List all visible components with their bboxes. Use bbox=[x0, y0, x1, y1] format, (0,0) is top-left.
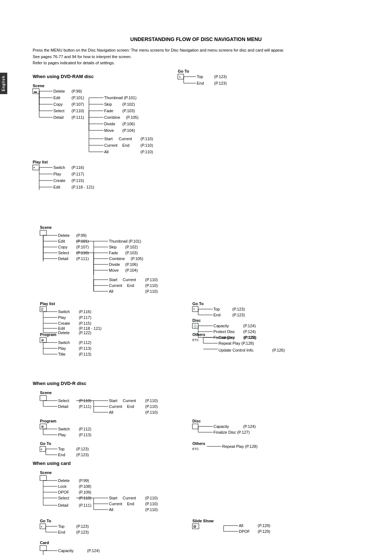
svg-text:End: End bbox=[197, 81, 204, 85]
svg-text:Others: Others bbox=[192, 441, 205, 446]
svg-text:Switch: Switch bbox=[58, 309, 70, 314]
svg-text:(P.128): (P.128) bbox=[244, 335, 257, 340]
svg-text:(P.113): (P.113) bbox=[79, 352, 91, 356]
svg-text:(P.118 - 121): (P.118 - 121) bbox=[79, 326, 102, 331]
svg-text:Lock: Lock bbox=[58, 484, 67, 489]
intro-line-2: See pages 76-77 and 94 for how to interp… bbox=[33, 54, 370, 60]
svg-text:Switch: Switch bbox=[58, 340, 70, 345]
svg-text:Category: Category bbox=[219, 335, 235, 340]
svg-text:Edit: Edit bbox=[58, 326, 65, 331]
svg-text:(P.126): (P.126) bbox=[272, 348, 285, 352]
svg-text:Start: Start bbox=[104, 137, 113, 141]
svg-text:Switch: Switch bbox=[58, 427, 70, 431]
svg-text:Fade: Fade bbox=[109, 251, 118, 255]
svg-text:(P.124): (P.124) bbox=[243, 324, 256, 328]
svg-rect-302 bbox=[40, 546, 46, 551]
svg-text:(P.107): (P.107) bbox=[76, 245, 89, 249]
svg-rect-261 bbox=[40, 475, 46, 481]
svg-text:⌖: ⌖ bbox=[41, 447, 42, 451]
svg-text:Delete: Delete bbox=[58, 478, 70, 483]
svg-text:(P.106): (P.106) bbox=[122, 122, 135, 126]
svg-text:(P.104): (P.104) bbox=[122, 128, 135, 133]
page-container: English UNDERSTANDING FLOW OF DISC NAVIG… bbox=[0, 0, 392, 555]
svg-text:Start: Start bbox=[109, 496, 117, 500]
svg-text:Scene: Scene bbox=[40, 390, 52, 395]
svg-text:Current: Current bbox=[123, 496, 136, 500]
svg-text:Edit: Edit bbox=[58, 239, 65, 243]
english-tab: English bbox=[0, 73, 7, 94]
svg-text:(P.110): (P.110) bbox=[140, 137, 153, 141]
svg-text:Repeat Play (P.128): Repeat Play (P.128) bbox=[219, 341, 254, 345]
svg-text:Divide: Divide bbox=[104, 122, 115, 126]
svg-text:Current: Current bbox=[109, 283, 122, 288]
svg-text:End: End bbox=[58, 453, 65, 457]
svg-text:Play: Play bbox=[58, 315, 66, 320]
svg-text:(P.116): (P.116) bbox=[72, 165, 84, 170]
svg-text:Select: Select bbox=[58, 398, 69, 403]
svg-text:All: All bbox=[104, 150, 109, 154]
svg-text:End: End bbox=[127, 404, 134, 409]
svg-text:Create: Create bbox=[53, 178, 65, 183]
svg-text:(P.113): (P.113) bbox=[79, 433, 91, 437]
svg-text:Delete: Delete bbox=[53, 89, 65, 93]
svg-text:(P.109): (P.109) bbox=[79, 490, 91, 494]
svg-text:⊕: ⊕ bbox=[41, 425, 44, 429]
svg-text:(P.99): (P.99) bbox=[72, 89, 82, 93]
svg-text:Current: Current bbox=[109, 404, 122, 409]
svg-text:Detail: Detail bbox=[58, 404, 68, 409]
svg-text:Top: Top bbox=[197, 74, 203, 79]
svg-text:Scene: Scene bbox=[33, 84, 44, 88]
svg-text:Current: Current bbox=[109, 502, 122, 506]
svg-text:Title: Title bbox=[58, 352, 65, 356]
svg-text:(P.111): (P.111) bbox=[79, 503, 91, 507]
svg-text:(P.99): (P.99) bbox=[79, 478, 89, 483]
svg-text:Current: Current bbox=[123, 398, 136, 403]
svg-text:Move: Move bbox=[104, 128, 114, 133]
svg-text:(P.111): (P.111) bbox=[79, 404, 91, 409]
svg-text:Capacity: Capacity bbox=[58, 548, 74, 553]
svg-text:Start: Start bbox=[109, 398, 117, 403]
svg-text:Card: Card bbox=[40, 540, 49, 545]
svg-text:(P.110): (P.110) bbox=[140, 143, 153, 147]
svg-text:(P.110): (P.110) bbox=[145, 502, 158, 506]
svg-text:⌖: ⌖ bbox=[193, 307, 195, 311]
svg-text:End: End bbox=[58, 530, 65, 534]
svg-text:(P.122): (P.122) bbox=[79, 331, 91, 335]
svg-text:(P.110): (P.110) bbox=[145, 507, 158, 512]
svg-text:All: All bbox=[239, 523, 243, 528]
svg-text:(P.101): (P.101) bbox=[72, 96, 84, 100]
svg-text:⊕: ⊕ bbox=[41, 338, 44, 342]
svg-text:Repeat Play (P.128): Repeat Play (P.128) bbox=[222, 444, 258, 449]
svg-text:Combine: Combine bbox=[104, 115, 120, 119]
svg-text:Detail: Detail bbox=[53, 115, 64, 119]
svg-text:All: All bbox=[109, 507, 113, 512]
svg-text:End: End bbox=[122, 143, 130, 147]
svg-text:⌖: ⌖ bbox=[41, 525, 42, 528]
svg-text:(P.123): (P.123) bbox=[232, 313, 245, 317]
svg-text:Program: Program bbox=[40, 419, 56, 423]
svg-text:Play: Play bbox=[58, 433, 66, 437]
svg-text:(P.110): (P.110) bbox=[140, 150, 153, 154]
svg-text:(P.105): (P.105) bbox=[126, 115, 139, 119]
svg-text:Delete: Delete bbox=[58, 233, 70, 238]
svg-text:(P.110): (P.110) bbox=[145, 289, 158, 293]
card-section-title: When using card bbox=[33, 461, 370, 466]
svg-text:Delete: Delete bbox=[58, 331, 70, 335]
dvd-r-section-title: When using DVD-R disc bbox=[33, 381, 370, 386]
svg-text:⌖: ⌖ bbox=[179, 75, 181, 79]
dvd-ram-diagram: Scene ▬ Delete (P.99) Edit (P.101) Copy … bbox=[33, 83, 370, 214]
svg-text:Skip: Skip bbox=[109, 245, 117, 249]
svg-text:(P.102): (P.102) bbox=[122, 102, 135, 106]
svg-rect-239 bbox=[192, 424, 198, 429]
svg-text:(P.102): (P.102) bbox=[125, 245, 138, 249]
svg-text:(P.115): (P.115) bbox=[79, 321, 91, 325]
svg-text:(P.123): (P.123) bbox=[232, 307, 245, 311]
svg-text:Switch: Switch bbox=[53, 165, 65, 170]
svg-text:Others: Others bbox=[192, 332, 205, 337]
svg-text:(P.124): (P.124) bbox=[243, 424, 256, 429]
svg-text:Edit: Edit bbox=[53, 185, 60, 189]
svg-text:End: End bbox=[127, 502, 134, 506]
svg-text:(P.105): (P.105) bbox=[131, 256, 143, 261]
svg-text:Move: Move bbox=[109, 268, 119, 272]
svg-text:(P.111): (P.111) bbox=[72, 115, 84, 119]
